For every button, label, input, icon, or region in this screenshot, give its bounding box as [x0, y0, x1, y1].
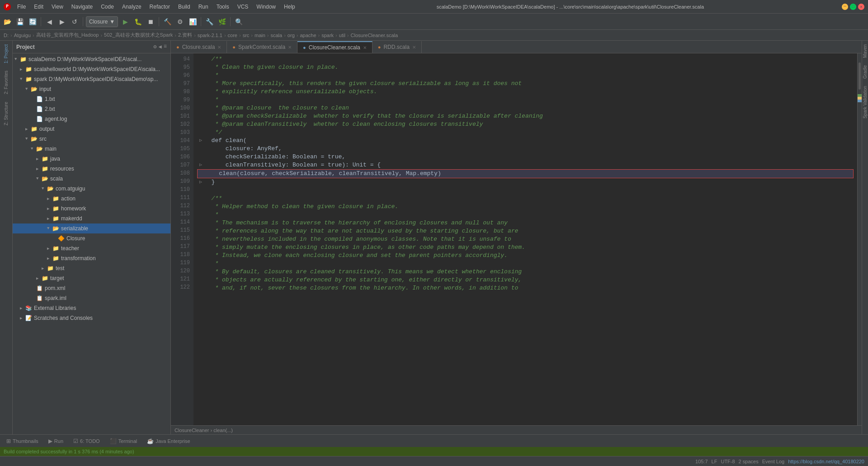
tree-item-13[interactable]: ▼📂com.atguigu — [13, 184, 170, 194]
breadcrumb-item-7[interactable]: src — [243, 33, 250, 38]
menu-item-run[interactable]: Run — [195, 3, 212, 11]
tab-close-3[interactable]: ✕ — [412, 45, 416, 50]
breadcrumb-item-5[interactable]: spark-2.1.1 — [198, 33, 222, 38]
breadcrumb-item-12[interactable]: spark — [321, 33, 334, 38]
bottom-tab-0[interactable]: ⊞ Thumbnails — [2, 437, 43, 446]
bottom-tab-2[interactable]: ☑ 6: TODO — [69, 437, 104, 446]
tab-close-2[interactable]: ✕ — [363, 45, 367, 50]
breadcrumb-item-6[interactable]: core — [228, 33, 237, 38]
run-button[interactable]: ▶ — [120, 16, 131, 27]
breadcrumb-item-2[interactable]: 高硅谷_安装程序包_Hadoop — [36, 32, 99, 38]
menu-item-edit[interactable]: Edit — [30, 3, 47, 11]
coverage-button[interactable]: 📊 — [187, 16, 198, 27]
tree-item-2[interactable]: ▼📁spark D:\MyWork\WorkSpaceIDEA\scalaDem… — [13, 74, 170, 84]
toolbar-save-button[interactable]: 💾 — [14, 16, 25, 27]
project-menu-icon[interactable]: ≡ — [164, 43, 167, 50]
tree-label-20: transformation — [61, 255, 96, 262]
menu-item-refactor[interactable]: Refactor — [146, 3, 174, 11]
menu-item-help[interactable]: Help — [280, 3, 299, 11]
menu-item-file[interactable]: File — [14, 3, 29, 11]
run-config-dropdown[interactable]: Closure ▼ — [86, 16, 118, 27]
tree-item-5[interactable]: 📄2.txt — [13, 104, 170, 114]
toolbar-back-button[interactable]: ◀ — [44, 16, 55, 27]
menu-item-build[interactable]: Build — [175, 3, 194, 11]
minimize-button[interactable]: ─ — [842, 4, 848, 10]
breadcrumb-item-1[interactable]: Atguigu — [14, 33, 31, 38]
bottom-tab-4[interactable]: ☕ Java Enterprise — [142, 437, 194, 446]
sdk-button[interactable]: 🔧 — [204, 16, 215, 27]
menu-item-analyze[interactable]: Analyze — [118, 3, 145, 11]
tree-item-25[interactable]: ▶📚External Libraries — [13, 303, 170, 313]
csdn-link[interactable]: https://blog.csdn.net/qq_40180220 — [788, 459, 864, 464]
build-button[interactable]: 🔨 — [162, 16, 173, 27]
editor-tab-3[interactable]: ● RDD.scala ✕ — [373, 41, 422, 53]
maven-tab[interactable]: Maven — [861, 41, 868, 62]
project-collapse-icon[interactable]: ◀ — [159, 43, 162, 50]
rebuild-button[interactable]: ⚙ — [175, 16, 185, 27]
project-settings-icon[interactable]: ⚙ — [153, 43, 156, 50]
tree-item-6[interactable]: 📄agent.log — [13, 114, 170, 124]
breadcrumb-item-0[interactable]: D: — [4, 33, 9, 38]
tree-item-12[interactable]: ▼📂scala — [13, 174, 170, 184]
tree-item-18[interactable]: 🔶Closure — [13, 233, 170, 243]
tree-item-26[interactable]: ▶📝Scratches and Consoles — [13, 313, 170, 323]
breadcrumb-item-13[interactable]: util — [339, 33, 345, 38]
search-button[interactable]: 🔍 — [233, 16, 244, 27]
debug-button[interactable]: 🐛 — [132, 16, 143, 27]
tree-item-9[interactable]: ▼📂main — [13, 144, 170, 154]
project-tab[interactable]: 1: Project — [2, 41, 10, 67]
toolbar-forward-button[interactable]: ▶ — [57, 16, 67, 27]
tree-item-15[interactable]: ▶📁homework — [13, 204, 170, 214]
tree-item-23[interactable]: 📋pom.xml — [13, 283, 170, 293]
toolbar-refresh-button[interactable]: ↺ — [69, 16, 80, 27]
tree-item-24[interactable]: 📋spark.iml — [13, 293, 170, 303]
menu-item-vcs[interactable]: VCS — [234, 3, 252, 11]
gradle-tab[interactable]: Gradle — [861, 62, 868, 82]
code-area[interactable]: /** * Clean the given closure in place. … — [193, 53, 857, 425]
tree-item-21[interactable]: ▶📁test — [13, 263, 170, 273]
menu-item-tools[interactable]: Tools — [213, 3, 233, 11]
tab-close-0[interactable]: ✕ — [217, 45, 221, 50]
editor-tab-2[interactable]: ● ClosureCleaner.scala ✕ — [297, 41, 373, 53]
stop-button[interactable]: ⏹ — [145, 16, 156, 27]
breadcrumb-item-4[interactable]: 2.资料 — [178, 32, 192, 38]
breadcrumb-item-14[interactable]: ClosureCleaner.scala — [351, 33, 398, 38]
breadcrumb-item-3[interactable]: 502_高硅谷大数据技术之Spark — [104, 32, 173, 38]
tree-item-20[interactable]: ▶📁transformation — [13, 253, 170, 263]
tree-item-16[interactable]: ▶📁makerdd — [13, 214, 170, 223]
tree-item-1[interactable]: ▶📁scalahelloworld D:\MyWork\WorkSpaceIDE… — [13, 64, 170, 74]
tree-item-10[interactable]: ▶📁java — [13, 154, 170, 164]
tree-item-14[interactable]: ▶📁action — [13, 194, 170, 204]
spark-validation-tab[interactable]: Spark Validation — [861, 82, 868, 122]
tree-item-7[interactable]: ▶📁output — [13, 124, 170, 134]
breadcrumb-item-11[interactable]: apache — [300, 33, 316, 38]
tree-item-17[interactable]: ▼📂serializable — [13, 223, 170, 233]
editor-tab-0[interactable]: ● Closure.scala ✕ — [171, 41, 227, 53]
menu-item-navigate[interactable]: Navigate — [68, 3, 96, 11]
tree-item-4[interactable]: 📄1.txt — [13, 94, 170, 104]
tree-item-8[interactable]: ▼📂src — [13, 134, 170, 144]
tree-item-3[interactable]: ▼📂input — [13, 84, 170, 94]
breadcrumb-item-10[interactable]: org — [288, 33, 295, 38]
editor-tab-1[interactable]: ● SparkContext.scala ✕ — [227, 41, 297, 53]
menu-item-code[interactable]: Code — [97, 3, 118, 11]
tree-item-19[interactable]: ▶📁teacher — [13, 243, 170, 253]
bottom-tab-1[interactable]: ▶ Run — [44, 437, 68, 446]
menu-item-window[interactable]: Window — [253, 3, 279, 11]
toolbar-open-button[interactable]: 📂 — [2, 16, 13, 27]
git-button[interactable]: 🌿 — [217, 16, 227, 27]
tree-item-22[interactable]: ▶📁target — [13, 273, 170, 283]
favorites-tab[interactable]: 2: Favorites — [2, 67, 10, 98]
event-log[interactable]: Event Log — [762, 459, 785, 464]
close-button[interactable]: ✕ — [858, 4, 864, 10]
breadcrumb-item-9[interactable]: scala — [271, 33, 283, 38]
maximize-button[interactable]: □ — [850, 4, 856, 10]
bottom-tab-3[interactable]: ⬛ Terminal — [105, 437, 142, 446]
menu-item-view[interactable]: View — [48, 3, 67, 11]
breadcrumb-item-8[interactable]: main — [255, 33, 265, 38]
tree-item-0[interactable]: ▼📁scalaDemo D:\MyWork\WorkSpaceIDEA\scal… — [13, 54, 170, 64]
structure-tab[interactable]: Z: Structure — [2, 98, 10, 129]
toolbar-sync-button[interactable]: 🔄 — [27, 16, 38, 27]
tab-close-1[interactable]: ✕ — [288, 45, 292, 50]
tree-item-11[interactable]: ▶📁resources — [13, 164, 170, 174]
